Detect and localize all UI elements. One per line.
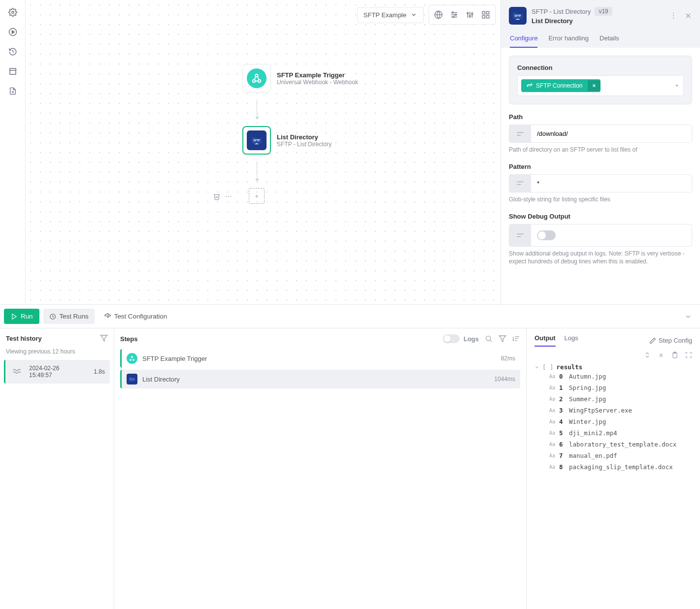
- canvas[interactable]: SFTP Example SFTP Example Trigger Univer…: [26, 0, 500, 304]
- string-type-icon: Aa: [549, 419, 555, 424]
- more-icon[interactable]: [225, 192, 233, 200]
- svg-rect-22: [487, 16, 489, 18]
- tab-error-handling[interactable]: Error handling: [548, 34, 589, 48]
- template-icon[interactable]: [509, 175, 531, 192]
- grid-icon[interactable]: [478, 7, 493, 22]
- play-icon: [11, 313, 18, 320]
- svg-point-12: [453, 16, 454, 18]
- tree-item[interactable]: Aa3WingFtpServer.exe: [534, 405, 692, 416]
- debug-help: Show additional debug output in logs. No…: [509, 250, 692, 266]
- pattern-label: Pattern: [509, 163, 692, 170]
- svg-marker-2: [12, 31, 14, 33]
- tree-item[interactable]: Aa0Autumn.jpg: [534, 371, 692, 382]
- string-type-icon: Aa: [549, 464, 555, 470]
- tree-item[interactable]: Aa6laboratory_test_template.docx: [534, 439, 692, 450]
- fullscreen-icon[interactable]: [685, 352, 692, 358]
- debug-toggle[interactable]: [537, 230, 556, 240]
- sliders-v-icon[interactable]: [463, 7, 477, 22]
- filter-icon[interactable]: [100, 334, 108, 342]
- svg-point-27: [228, 196, 229, 197]
- tree-item[interactable]: Aa5dji_mini2.mp4: [534, 427, 692, 439]
- close-icon[interactable]: [684, 12, 692, 20]
- chevron-down-icon: [410, 11, 417, 18]
- sftp-icon: [127, 374, 137, 385]
- svg-point-17: [469, 16, 471, 17]
- play-circle-icon[interactable]: [7, 27, 18, 37]
- path-input[interactable]: [531, 125, 692, 142]
- chevron-down-icon[interactable]: [684, 313, 696, 321]
- tree-root[interactable]: [ ] results: [534, 363, 692, 371]
- version-badge: v19: [595, 7, 612, 16]
- string-type-icon: Aa: [549, 374, 555, 379]
- string-type-icon: Aa: [549, 442, 555, 447]
- clipboard-icon[interactable]: [671, 352, 678, 358]
- test-config-button[interactable]: Test Configuration: [99, 309, 173, 324]
- history-subtitle: Viewing previous 12 hours: [0, 348, 114, 360]
- svg-text:SFTP: SFTP: [515, 14, 521, 17]
- sliders-h-icon[interactable]: [447, 7, 462, 22]
- svg-line-54: [490, 340, 492, 342]
- step-row[interactable]: List Directory 1044ms: [120, 370, 520, 388]
- svg-point-0: [11, 11, 14, 14]
- flow-node-trigger[interactable]: SFTP Example Trigger Universal Webhook -…: [242, 64, 358, 93]
- gear-icon: [104, 313, 111, 320]
- step-config-link[interactable]: Step Config: [649, 334, 692, 347]
- sort-icon[interactable]: [512, 335, 520, 343]
- template-icon[interactable]: [509, 224, 531, 246]
- pattern-input[interactable]: [531, 175, 692, 192]
- connection-select[interactable]: SFTP Connection: [517, 75, 684, 96]
- tree-item[interactable]: Aa1Spring.jpg: [534, 382, 692, 393]
- tree-item[interactable]: Aa8packaging_slip_template.docx: [534, 461, 692, 473]
- tab-logs[interactable]: Logs: [565, 334, 578, 347]
- search-icon[interactable]: [485, 335, 493, 343]
- panel-breadcrumb: SFTP - List Directory: [532, 8, 591, 15]
- chevron-down-icon: [534, 365, 539, 370]
- svg-marker-42: [675, 85, 678, 87]
- string-type-icon: Aa: [549, 385, 555, 390]
- flow-node-list-directory[interactable]: SFTP List Directory SFTP - List Director…: [242, 126, 358, 155]
- test-history-title: Test history: [6, 335, 42, 342]
- svg-point-51: [107, 316, 109, 318]
- svg-point-36: [673, 15, 674, 16]
- svg-point-53: [486, 336, 491, 341]
- history-icon[interactable]: [7, 46, 18, 57]
- trash-icon[interactable]: [213, 192, 221, 200]
- run-button[interactable]: Run: [4, 309, 39, 324]
- marketplace-icon[interactable]: [7, 66, 18, 77]
- add-step-button[interactable]: +: [249, 188, 265, 204]
- left-rail: [0, 0, 26, 304]
- tree-item[interactable]: Aa7manual_en.pdf: [534, 450, 692, 461]
- history-item[interactable]: 2024-02-26 15:49:57 1.8s: [4, 360, 110, 384]
- connection-chip-label: SFTP Connection: [536, 82, 583, 89]
- node-title: SFTP Example Trigger: [277, 71, 358, 79]
- tree-item[interactable]: Aa2Summer.jpg: [534, 393, 692, 405]
- tree-item[interactable]: Aa4Winter.jpg: [534, 416, 692, 427]
- tab-output[interactable]: Output: [534, 334, 556, 347]
- more-vertical-icon[interactable]: [669, 12, 677, 20]
- path-label: Path: [509, 113, 692, 121]
- step-row[interactable]: SFTP Example Trigger 82ms: [120, 349, 520, 368]
- filter-icon[interactable]: [499, 335, 506, 343]
- file-icon[interactable]: [7, 86, 18, 96]
- svg-point-28: [231, 196, 232, 197]
- globe-icon[interactable]: [431, 7, 446, 22]
- tab-details[interactable]: Details: [600, 34, 619, 48]
- tab-configure[interactable]: Configure: [510, 34, 537, 48]
- svg-text:SFTP: SFTP: [254, 139, 260, 142]
- string-type-icon: Aa: [549, 453, 555, 458]
- workflow-dropdown-label: SFTP Example: [364, 11, 406, 19]
- workflow-dropdown[interactable]: SFTP Example: [357, 7, 424, 23]
- svg-point-62: [132, 356, 133, 358]
- template-icon[interactable]: [509, 125, 531, 142]
- gear-icon[interactable]: [7, 7, 18, 18]
- svg-point-16: [467, 13, 468, 14]
- remove-connection-icon[interactable]: [588, 80, 600, 91]
- logs-toggle[interactable]: [443, 334, 460, 343]
- collapse-icon[interactable]: [644, 352, 651, 358]
- string-type-icon: Aa: [549, 408, 555, 413]
- svg-marker-49: [12, 314, 16, 319]
- string-type-icon: Aa: [549, 430, 555, 436]
- expand-icon[interactable]: [658, 352, 665, 358]
- sftp-icon: SFTP: [247, 130, 267, 150]
- test-runs-button[interactable]: Test Runs: [43, 309, 94, 324]
